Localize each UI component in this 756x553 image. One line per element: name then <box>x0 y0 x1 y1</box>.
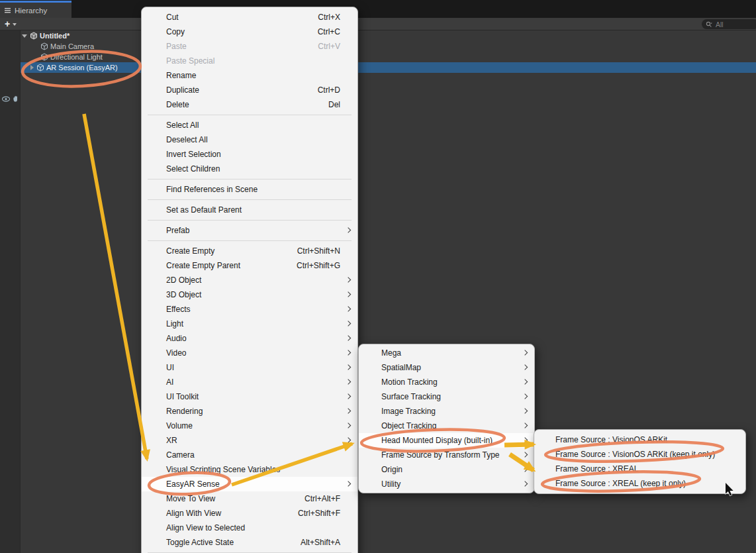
menu-item-utility[interactable]: Utility <box>359 477 534 491</box>
menu-item-deselect-all[interactable]: Deselect All <box>142 132 357 147</box>
menu-item-create-empty-parent[interactable]: Create Empty ParentCtrl+Shift+G <box>142 258 357 273</box>
menu-item-invert-selection[interactable]: Invert Selection <box>142 147 357 162</box>
menu-item-label: Set as Default Parent <box>166 205 242 215</box>
annotation-arrow-to-easyar-sense <box>84 114 147 459</box>
plus-icon: + <box>5 19 10 29</box>
menu-item-move-to-view[interactable]: Move To ViewCtrl+Alt+F <box>142 491 357 506</box>
menu-item-shortcut: Ctrl+Shift+F <box>298 509 340 518</box>
context-menu: CutCtrl+XCopyCtrl+CPasteCtrl+VPaste Spec… <box>141 7 358 553</box>
menu-item-origin[interactable]: Origin <box>359 462 534 477</box>
menu-item-2d-object[interactable]: 2D Object <box>142 273 357 287</box>
menu-item-frame-source-visionos-arkit-keep-it-only[interactable]: Frame Source : VisionOS ARKit (keep it o… <box>534 447 745 462</box>
menu-item-copy[interactable]: CopyCtrl+C <box>142 25 357 39</box>
submenu-chevron-icon <box>522 350 528 355</box>
menu-item-label: UI Toolkit <box>166 392 199 401</box>
submenu-chevron-icon <box>346 364 351 370</box>
menu-item-label: Create Empty Parent <box>166 261 240 270</box>
menu-item-audio[interactable]: Audio <box>142 331 357 346</box>
create-menu-button[interactable]: + <box>5 19 17 29</box>
submenu-chevron-icon <box>346 277 351 282</box>
scene-icon <box>30 32 38 40</box>
menu-item-label: Delete <box>166 100 189 109</box>
menu-item-motion-tracking[interactable]: Motion Tracking <box>359 375 534 389</box>
menu-item-effects[interactable]: Effects <box>142 302 357 317</box>
collapsed-caret-icon[interactable] <box>30 65 34 70</box>
menu-item-label: Prefab <box>166 226 189 235</box>
hierarchy-row-main-camera[interactable]: Main Camera <box>21 41 756 52</box>
menu-item-xr[interactable]: XR <box>142 433 357 448</box>
unity-hierarchy-window: Hierarchy + All Unt <box>0 0 756 553</box>
menu-item-paste[interactable]: PasteCtrl+V <box>142 39 357 54</box>
menu-item-spatialmap[interactable]: SpatialMap <box>359 360 534 375</box>
submenu-chevron-icon <box>522 379 528 384</box>
menu-item-light[interactable]: Light <box>142 317 357 331</box>
tab-hierarchy[interactable]: Hierarchy <box>0 1 71 18</box>
menu-separator <box>148 115 352 115</box>
menu-item-shortcut: Ctrl+Alt+F <box>305 494 340 503</box>
hierarchy-item-label: Main Camera <box>50 42 94 50</box>
scene-pickability-hand-icon[interactable] <box>12 95 21 103</box>
menu-item-frame-source-xreal-keep-it-only[interactable]: Frame Source : XREAL (keep it only) <box>534 476 745 491</box>
hierarchy-row-directional-light[interactable]: Directional Light <box>21 52 756 62</box>
menu-item-surface-tracking[interactable]: Surface Tracking <box>359 389 534 404</box>
menu-item-label: SpatialMap <box>381 363 421 372</box>
menu-item-select-children[interactable]: Select Children <box>142 162 357 176</box>
menu-item-label: Motion Tracking <box>381 377 438 387</box>
menu-item-ui[interactable]: UI <box>142 360 357 375</box>
submenu-chevron-icon <box>522 452 528 457</box>
menu-item-ui-toolkit[interactable]: UI Toolkit <box>142 389 357 404</box>
menu-item-select-all[interactable]: Select All <box>142 118 357 132</box>
menu-item-label: Create Empty <box>166 246 214 256</box>
menu-item-visual-scripting-scene-variables[interactable]: Visual Scripting Scene Variables <box>142 462 357 477</box>
menu-item-prefab[interactable]: Prefab <box>142 223 357 238</box>
menu-item-ai[interactable]: AI <box>142 375 357 389</box>
submenu-chevron-icon <box>346 335 351 340</box>
submenu-chevron-icon <box>346 408 351 413</box>
menu-item-shortcut: Del <box>328 100 340 109</box>
menu-item-cut[interactable]: CutCtrl+X <box>142 10 357 25</box>
menu-item-easyar-sense[interactable]: EasyAR Sense <box>142 477 357 491</box>
menu-item-video[interactable]: Video <box>142 346 357 360</box>
menu-item-paste-special[interactable]: Paste Special <box>142 54 357 68</box>
menu-item-shortcut: Alt+Shift+A <box>301 538 340 547</box>
menu-item-label: 3D Object <box>166 290 201 299</box>
menu-item-rename[interactable]: Rename <box>142 68 357 83</box>
menu-item-volume[interactable]: Volume <box>142 419 357 433</box>
menu-item-label: Light <box>166 319 183 328</box>
menu-item-camera[interactable]: Camera <box>142 448 357 462</box>
menu-item-rendering[interactable]: Rendering <box>142 404 357 419</box>
menu-item-align-with-view[interactable]: Align With ViewCtrl+Shift+F <box>142 506 357 521</box>
hierarchy-row-ar-session-easyar[interactable]: AR Session (EasyAR) <box>21 62 756 73</box>
menu-item-duplicate[interactable]: DuplicateCtrl+D <box>142 83 357 97</box>
menu-item-label: EasyAR Sense <box>166 479 220 489</box>
menu-item-find-references-in-scene[interactable]: Find References in Scene <box>142 182 357 197</box>
menu-item-frame-source-xreal[interactable]: Frame Source : XREAL <box>534 462 745 476</box>
menu-item-frame-source-by-transform-type[interactable]: Frame Source by Transform Type <box>359 448 534 462</box>
menu-item-image-tracking[interactable]: Image Tracking <box>359 404 534 419</box>
tab-title: Hierarchy <box>15 7 47 15</box>
expand-caret-icon[interactable] <box>22 34 27 38</box>
chevron-down-icon <box>13 23 17 26</box>
menu-item-object-tracking[interactable]: Object Tracking <box>359 419 534 433</box>
menu-item-mega[interactable]: Mega <box>359 346 534 360</box>
hierarchy-row-untitled[interactable]: Untitled* <box>21 30 756 41</box>
scene-visibility-eye-icon[interactable] <box>1 95 11 103</box>
submenu-chevron-icon <box>522 423 528 428</box>
submenu-chevron-icon <box>346 227 351 232</box>
menu-item-delete[interactable]: DeleteDel <box>142 97 357 112</box>
head-mounted-display-submenu: Frame Source : VisionOS ARKitFrame Sourc… <box>534 429 746 494</box>
menu-item-shortcut: Ctrl+D <box>318 85 340 95</box>
menu-item-align-view-to-selected[interactable]: Align View to Selected <box>142 521 357 535</box>
menu-item-create-empty[interactable]: Create EmptyCtrl+Shift+N <box>142 244 357 258</box>
menu-item-frame-source-visionos-arkit[interactable]: Frame Source : VisionOS ARKit <box>534 432 745 447</box>
hierarchy-item-label: Directional Light <box>50 53 103 61</box>
search-input[interactable]: All <box>702 19 756 29</box>
menu-item-label: Deselect All <box>166 135 208 144</box>
submenu-chevron-icon <box>522 408 528 413</box>
menu-item-set-as-default-parent[interactable]: Set as Default Parent <box>142 203 357 217</box>
menu-item-3d-object[interactable]: 3D Object <box>142 287 357 302</box>
menu-item-label: Object Tracking <box>381 421 436 430</box>
menu-item-head-mounted-display-built-in[interactable]: Head Mounted Display (built-in) <box>359 433 534 448</box>
menu-item-label: 2D Object <box>166 276 201 285</box>
menu-item-toggle-active-state[interactable]: Toggle Active StateAlt+Shift+A <box>142 535 357 550</box>
